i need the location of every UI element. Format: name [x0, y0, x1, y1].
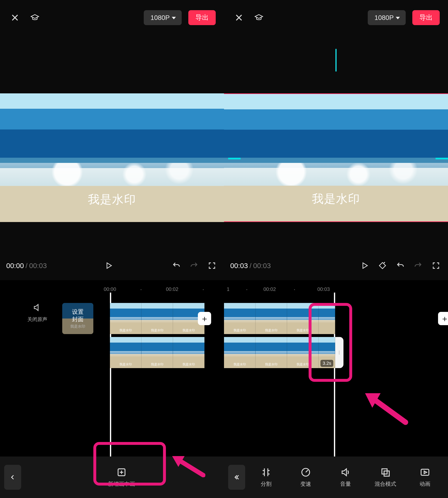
cover-sub: 我是水印 [70, 324, 85, 329]
tool-label: 变速 [300, 480, 311, 488]
watermark-text: 我是水印 [224, 191, 448, 207]
clip-thumb[interactable]: 我是水印 [287, 337, 319, 368]
speaker-icon[interactable] [23, 303, 52, 314]
current-time: 00:00 [6, 262, 24, 270]
pip-track[interactable]: 我是水印 我是水印 我是水印 [110, 337, 205, 368]
preview-scrubber[interactable] [335, 49, 337, 72]
volume-icon [340, 467, 351, 478]
time-display: 00:00 / 00:03 [6, 262, 47, 270]
close-icon[interactable] [232, 11, 246, 24]
tool-label: 音量 [340, 480, 351, 488]
video-preview[interactable]: 我是水印 [0, 93, 224, 222]
new-pip-label: 新增画中画 [108, 480, 135, 488]
graduation-cap-icon[interactable] [28, 11, 42, 24]
close-icon[interactable] [8, 11, 22, 24]
clip-thumb[interactable]: 我是水印 [173, 337, 205, 368]
play-button[interactable] [103, 260, 114, 271]
ruler-tick: 00:02 [166, 286, 178, 292]
cover-label: 设置 封面 [72, 308, 84, 323]
tool-split[interactable]: 分割 [247, 457, 285, 498]
tool-label: 分割 [261, 480, 272, 488]
clip-thumb[interactable]: 我是水印 [142, 337, 173, 368]
time-separator: / [26, 262, 27, 270]
mute-label: 关闭原声 [23, 316, 52, 323]
selection-handle-icon[interactable] [435, 158, 448, 159]
clip-thumb[interactable]: 我是水印 [287, 303, 319, 334]
clip-thumb[interactable]: 我是水印 [110, 337, 142, 368]
ruler-tick: 1 [227, 286, 229, 292]
tool-volume[interactable]: 音量 [327, 457, 364, 498]
new-pip-button[interactable]: 新增画中画 [88, 457, 155, 498]
tool-speed[interactable]: 变速 [287, 457, 325, 498]
current-time: 00:03 [230, 262, 248, 270]
total-time: 00:03 [29, 262, 47, 270]
blend-icon [380, 467, 391, 478]
ruler-dot [294, 289, 295, 290]
watermark-text: 我是水印 [0, 192, 224, 207]
fullscreen-button[interactable] [206, 260, 218, 271]
clip-thumb[interactable]: 我是水印 [224, 337, 256, 368]
tool-label: 混合模式 [375, 480, 396, 488]
clip-thumb[interactable] [319, 303, 335, 334]
play-button[interactable] [359, 260, 370, 271]
split-icon [261, 467, 271, 478]
export-label: 导出 [419, 13, 433, 22]
redo-button[interactable] [188, 260, 200, 271]
undo-button[interactable] [395, 260, 406, 271]
undo-button[interactable] [171, 260, 182, 271]
tool-blend[interactable]: 混合模式 [367, 457, 404, 498]
redo-button[interactable] [412, 260, 424, 271]
clip-thumb[interactable]: 我是水印 [256, 337, 287, 368]
clip-thumb[interactable]: 3.2s [319, 337, 335, 368]
video-preview[interactable]: 我是水印 [224, 93, 448, 222]
clip-duration-badge: 3.2s [320, 360, 333, 367]
clip-thumb[interactable]: 我是水印 [224, 303, 256, 334]
video-track[interactable]: 我是水印 我是水印 我是水印 ＋ [224, 303, 335, 334]
ruler-tick: 00:03 [317, 286, 330, 292]
time-separator: / [250, 262, 251, 270]
clip-thumb[interactable]: 我是水印 [142, 303, 173, 334]
timeline-ruler[interactable]: 00:00 00:02 [0, 286, 224, 295]
clip-thumb[interactable]: 我是水印 [256, 303, 287, 334]
tool-label: 动画 [420, 480, 430, 488]
add-square-icon [116, 467, 127, 478]
collapse-button[interactable] [228, 465, 245, 490]
fullscreen-button[interactable] [430, 260, 442, 271]
selection-handle-icon[interactable] [228, 158, 240, 159]
animation-icon [420, 467, 430, 478]
resolution-selector[interactable]: 1080P [144, 10, 182, 25]
total-time: 00:03 [253, 262, 271, 270]
graduation-cap-icon[interactable] [252, 11, 266, 24]
set-cover-button[interactable]: 设置 封面 我是水印 [62, 303, 93, 334]
clip-thumb[interactable]: 我是水印 [110, 303, 142, 334]
ruler-dot [246, 289, 247, 290]
add-clip-button[interactable]: ＋ [198, 312, 211, 325]
resolution-selector[interactable]: 1080P [368, 10, 406, 25]
tool-animation[interactable]: 动画 [406, 457, 444, 498]
timeline-ruler[interactable]: 1 00:02 00:03 [224, 286, 448, 295]
export-button[interactable]: 导出 [188, 10, 216, 25]
speed-icon [301, 467, 311, 478]
keyframe-button[interactable] [377, 260, 388, 271]
video-track[interactable]: 我是水印 我是水印 我是水印 ＋ [110, 303, 205, 334]
ruler-dot [141, 289, 142, 290]
back-button[interactable] [4, 465, 21, 490]
chevron-down-icon [396, 17, 400, 19]
svg-rect-4 [421, 469, 429, 475]
time-display: 00:03 / 00:03 [230, 262, 271, 270]
export-button[interactable]: 导出 [412, 10, 440, 25]
pip-track[interactable]: 我是水印 我是水印 我是水印 3.2s │ [224, 337, 335, 368]
add-clip-button[interactable]: ＋ [438, 312, 448, 325]
chevron-down-icon [172, 17, 176, 19]
export-label: 导出 [195, 13, 209, 22]
resolution-label: 1080P [150, 14, 170, 22]
clip-trim-handle[interactable]: │ [335, 337, 343, 368]
ruler-dot [203, 289, 204, 290]
ruler-tick: 00:00 [104, 286, 116, 292]
resolution-label: 1080P [374, 14, 394, 22]
ruler-tick: 00:02 [263, 286, 276, 292]
